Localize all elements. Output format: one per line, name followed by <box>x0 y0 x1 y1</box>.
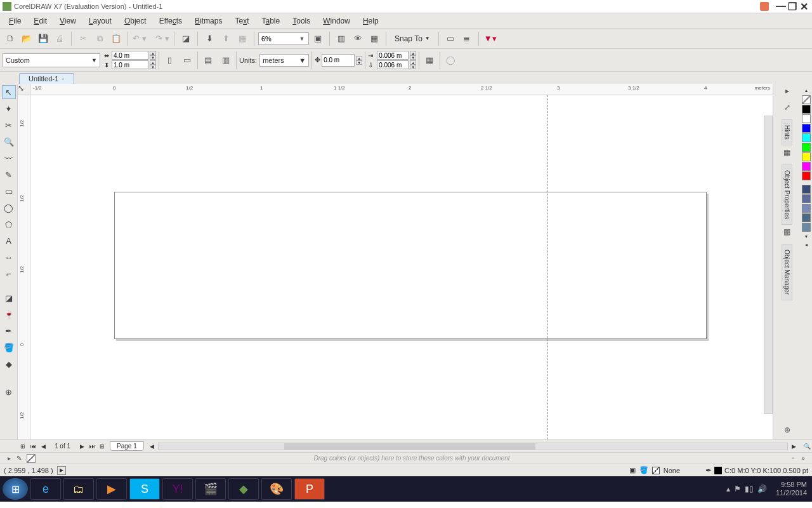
color-swatch[interactable] <box>802 194 811 203</box>
grid-icon[interactable]: 👁 <box>350 31 365 46</box>
page-width-input[interactable] <box>112 51 148 60</box>
open-icon[interactable]: 📂 <box>19 31 34 46</box>
tab-close-icon[interactable]: ▫ <box>62 76 65 83</box>
copy-icon[interactable]: ⧉ <box>92 31 107 46</box>
taskbar-explorer[interactable]: 🗂 <box>63 478 94 500</box>
smart-fill-tool[interactable]: ◆ <box>2 357 16 371</box>
doc-tab-untitled1[interactable]: Untitled-1▫ <box>19 73 74 84</box>
add-page-after-icon[interactable]: ⊞ <box>97 443 107 450</box>
docker-tab-object-manager[interactable]: Object Manager <box>782 244 792 300</box>
current-page-icon[interactable]: ▥ <box>218 53 233 68</box>
proof-colors-icon[interactable]: ▣ <box>629 466 636 474</box>
page-height-input[interactable] <box>112 60 148 69</box>
add-page-icon[interactable]: ⊞ <box>18 443 28 450</box>
new-icon[interactable]: 🗋 <box>3 31 18 46</box>
menu-bitmaps[interactable]: Bitmaps <box>188 15 228 27</box>
color-swatch[interactable] <box>802 105 811 114</box>
menu-window[interactable]: Window <box>317 15 357 27</box>
last-page-icon[interactable]: ⏭ <box>87 443 97 450</box>
doc-palette-no-color[interactable] <box>27 454 36 463</box>
menu-help[interactable]: Help <box>357 15 385 27</box>
menu-layout[interactable]: Layout <box>82 15 118 27</box>
import-icon[interactable]: ⬇ <box>202 31 217 46</box>
drawing-canvas[interactable] <box>30 95 773 439</box>
page-preset-combo[interactable]: Custom▼ <box>3 53 100 67</box>
transparency-tool[interactable]: 🍷 <box>2 307 16 321</box>
next-page-icon[interactable]: ▶ <box>77 443 87 450</box>
color-swatch[interactable] <box>802 133 811 142</box>
zoom-dropdown-icon[interactable]: ▼ <box>297 36 307 42</box>
maximize-button[interactable]: ❐ <box>787 1 798 13</box>
print-icon[interactable]: 🖨 <box>52 31 67 46</box>
guideline[interactable] <box>547 95 548 439</box>
menu-object[interactable]: Object <box>118 15 153 27</box>
crop-tool[interactable]: ✂ <box>2 118 16 132</box>
tray-show-hidden-icon[interactable]: ▴ <box>726 485 730 493</box>
taskbar-yahoo[interactable]: Y! <box>162 478 193 500</box>
zoom-level-input[interactable]: ▼ <box>258 32 309 45</box>
first-page-icon[interactable]: ⏮ <box>28 443 38 450</box>
text-tool[interactable]: A <box>2 234 16 248</box>
search-content-icon[interactable]: ◪ <box>178 31 193 46</box>
treat-as-filled-icon[interactable]: ▦ <box>422 53 437 68</box>
landscape-icon[interactable]: ▭ <box>180 53 195 68</box>
start-button[interactable]: ⊞ <box>3 478 28 500</box>
color-swatch[interactable] <box>802 171 811 180</box>
taskbar-skype[interactable]: S <box>129 478 160 500</box>
palette-up-icon[interactable]: ▴ <box>804 86 809 95</box>
minimize-button[interactable]: — <box>775 1 787 12</box>
drop-shadow-tool[interactable]: ◪ <box>2 291 16 305</box>
tray-network-icon[interactable]: ▮▯ <box>745 485 754 493</box>
undo-icon[interactable]: ↶ ▾ <box>132 31 147 46</box>
export-icon[interactable]: ⬆ <box>218 31 233 46</box>
color-swatch[interactable] <box>802 223 811 232</box>
color-swatch[interactable] <box>802 204 811 213</box>
taskbar-coreldraw[interactable]: ◆ <box>228 478 259 500</box>
doc-palette-options-icon[interactable]: ▫ <box>788 455 798 462</box>
color-eyedropper-tool[interactable]: ✒ <box>2 324 16 338</box>
guidelines-icon[interactable]: ▦ <box>367 31 382 46</box>
rectangle-tool[interactable]: ▭ <box>2 184 16 198</box>
docker-options-icon[interactable]: ⤢ <box>782 103 793 114</box>
polygon-tool[interactable]: ⬠ <box>2 217 16 231</box>
docker-icon-2[interactable]: ▦ <box>782 227 793 239</box>
navigator-icon[interactable]: 🔍 <box>802 443 812 450</box>
tray-flag-icon[interactable]: ⚑ <box>734 485 741 493</box>
menu-text[interactable]: Text <box>228 15 255 27</box>
shape-tool[interactable]: ✦ <box>2 102 16 116</box>
docker-tab-hints[interactable]: Hints <box>782 119 792 145</box>
user-account-icon[interactable] <box>760 2 769 11</box>
menu-file[interactable]: File <box>3 15 27 27</box>
no-color-swatch[interactable] <box>802 95 811 104</box>
color-swatch[interactable] <box>802 185 811 194</box>
docker-add-icon[interactable]: ⊕ <box>782 425 793 437</box>
publish-pdf-icon[interactable]: ▦ <box>235 31 250 46</box>
system-clock[interactable]: 9:58 PM 11/2/2014 <box>776 481 807 497</box>
taskbar-ie[interactable]: e <box>30 478 61 500</box>
taskbar-wmp[interactable]: ▶ <box>96 478 127 500</box>
pick-tool[interactable]: ↖ <box>2 85 16 99</box>
color-swatch[interactable] <box>802 213 811 222</box>
redo-icon[interactable]: ↷ ▾ <box>155 31 170 46</box>
docker-icon-1[interactable]: ▦ <box>782 148 793 159</box>
rulers-icon[interactable]: ▥ <box>334 31 349 46</box>
menu-edit[interactable]: Edit <box>27 15 53 27</box>
zoom-tool[interactable]: 🔍 <box>2 135 16 149</box>
color-swatch[interactable] <box>802 152 811 161</box>
doc-palette-expand-icon[interactable]: ▸ <box>4 455 14 462</box>
doc-palette-more-icon[interactable]: » <box>798 455 808 462</box>
page-tab-1[interactable]: Page 1 <box>110 441 144 451</box>
taskbar-paint[interactable]: 🎨 <box>261 478 292 500</box>
portrait-icon[interactable]: ▯ <box>162 53 177 68</box>
color-swatch[interactable] <box>802 162 811 171</box>
prev-page-icon[interactable]: ◀ <box>38 443 48 450</box>
menu-tools[interactable]: Tools <box>286 15 317 27</box>
color-swatch[interactable] <box>802 114 811 123</box>
full-screen-icon[interactable]: ▣ <box>310 31 325 46</box>
vertical-ruler[interactable]: 1/2 1/2 1/2 0 1/2 meters <box>18 95 30 439</box>
tray-volume-icon[interactable]: 🔊 <box>757 485 767 493</box>
options-icon[interactable]: ▭ <box>443 31 458 46</box>
drawing-page[interactable] <box>114 192 707 339</box>
save-icon[interactable]: 💾 <box>36 31 51 46</box>
menu-view[interactable]: View <box>53 15 82 27</box>
